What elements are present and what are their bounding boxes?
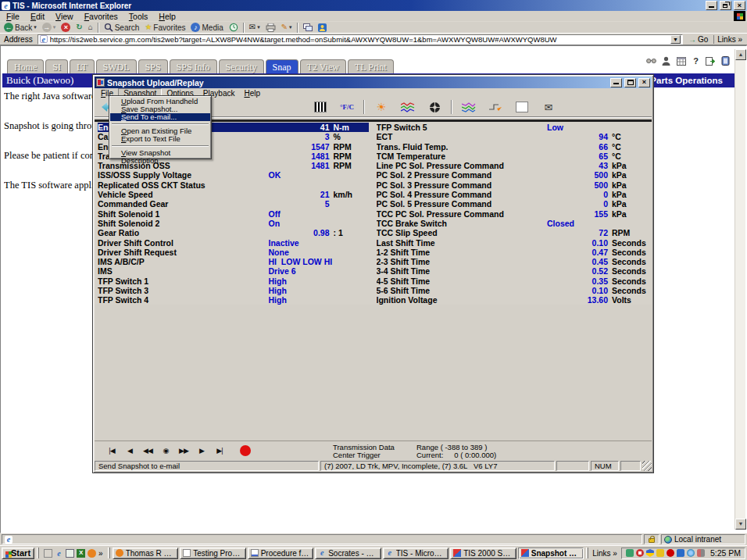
address-input[interactable]: e https://tis2web.service.gm.com/tis2web… (38, 34, 683, 45)
tab-tl-print[interactable]: TL Print (348, 59, 394, 73)
ie-menu-view[interactable]: View (50, 12, 79, 21)
table-row[interactable]: Trans. Fluid Temp. 66 °C (377, 142, 648, 152)
table-row[interactable]: Shift Solenoid 2 On (98, 219, 369, 228)
tray-icon-2[interactable] (636, 549, 644, 557)
table-row[interactable]: IMS Drive 6 (98, 266, 369, 276)
start-button[interactable]: Start (2, 548, 34, 559)
table-row[interactable]: 3-4 Shift Time 0.52 Seconds (377, 266, 648, 276)
mail-dropdown-icon[interactable]: ▾ (257, 24, 260, 30)
menu-item-send-to-email[interactable]: Send To e-mail... (110, 113, 210, 121)
back-dropdown-icon[interactable]: ▾ (34, 24, 37, 30)
dial-button[interactable] (424, 99, 445, 115)
tab-sps-info[interactable]: SPS Info (170, 59, 217, 73)
calendar-icon[interactable] (676, 56, 686, 66)
table-row[interactable]: Shift Solenoid 1 Off (98, 209, 369, 219)
tray-icon-1[interactable] (626, 549, 634, 557)
tab-t2-view[interactable]: T2 View (300, 59, 346, 73)
task-tis-ie[interactable]: TIS - Microsoft Internet ... (383, 548, 449, 559)
menu-item-export-text-file[interactable]: Export to Text File (110, 135, 210, 143)
task-socrates[interactable]: Socrates - Global - Micro... (315, 548, 381, 559)
tray-icon-3[interactable] (646, 549, 654, 557)
table-row[interactable]: ECT 94 °C (377, 132, 648, 141)
table-row[interactable]: Driver Shift Request None (98, 248, 369, 257)
links-grip[interactable] (586, 548, 588, 558)
links-toolbar[interactable]: Links » (713, 35, 745, 44)
units-toggle-button[interactable]: °F/C (337, 99, 357, 115)
messenger-button[interactable] (316, 22, 329, 33)
exit-icon[interactable] (706, 56, 716, 66)
table-row[interactable]: PC Sol. 5 Pressure Command 0 kPa (377, 199, 648, 209)
tab-sps[interactable]: SPS (138, 59, 168, 73)
links-chevron-icon[interactable]: » (613, 549, 617, 558)
task-procedure-doc[interactable]: Procedure for Taking Sn... (248, 548, 314, 559)
go-to-end-button[interactable]: ▶| (212, 444, 227, 457)
table-row[interactable]: PC Sol. 2 Pressure Command 500 kPa (377, 170, 648, 180)
step-back-button[interactable]: ◀ (122, 444, 138, 457)
table-row[interactable]: 1-2 Shift Time 0.47 Seconds (377, 248, 648, 257)
tab-swdl[interactable]: SWDL (96, 59, 137, 73)
table-row[interactable]: PC Sol. 4 Pressure Command 0 kPa (377, 190, 648, 199)
edit-button[interactable]: ✎▾ (279, 22, 295, 33)
task-inbox[interactable]: Thomas R Martin - Inbox... (113, 548, 179, 559)
history-button[interactable] (227, 22, 241, 33)
app-exit-icon[interactable] (720, 56, 731, 66)
tray-icon-8[interactable] (697, 549, 705, 557)
tab-security[interactable]: Security (219, 59, 264, 73)
favorites-button[interactable]: ★Favorites (142, 22, 188, 33)
lotus-notes-icon[interactable] (88, 549, 96, 558)
quick-launch-grip[interactable] (37, 548, 39, 558)
menu-separator[interactable] (112, 145, 209, 147)
resize-grip[interactable] (642, 461, 652, 471)
tab-home[interactable]: Home (7, 59, 44, 73)
tray-icon-5[interactable] (667, 549, 674, 557)
table-row[interactable]: Driver Shift Control Inactive (98, 238, 369, 248)
forward-button[interactable]: →▾ (40, 22, 59, 33)
edit-dropdown-icon[interactable]: ▾ (289, 24, 292, 30)
table-row[interactable]: Replicated OSS CKT Status (98, 180, 369, 190)
help-icon[interactable]: ? (691, 56, 701, 66)
snapshot-close-button[interactable]: × (638, 78, 650, 87)
links-chevron-icon[interactable]: » (738, 35, 742, 44)
glasses-icon[interactable] (646, 56, 656, 66)
tab-si[interactable]: SI (45, 59, 68, 73)
mail-button[interactable]: ✉▾ (247, 22, 263, 33)
graph-view-button[interactable] (398, 99, 418, 115)
ie-menu-help[interactable]: Help (153, 12, 181, 21)
taskbar-clock[interactable]: 5:25 PM (707, 548, 741, 558)
table-row[interactable]: TCC PC Sol. Pressure Command 155 kPa (377, 209, 648, 219)
table-row[interactable]: PC Sol. 3 Pressure Command 500 kPa (377, 180, 648, 190)
taskbar-links-toolbar[interactable]: Links » (591, 549, 619, 558)
task-testing-procedures[interactable]: Testing Procedures (180, 548, 246, 559)
internet-explorer-icon[interactable]: e (55, 549, 63, 558)
tray-icon-7[interactable] (687, 549, 695, 557)
fast-back-button[interactable]: ◀◀ (140, 444, 155, 457)
send-email-button[interactable]: ✉ (538, 99, 559, 115)
table-row[interactable]: TFP Switch 1 High (98, 276, 369, 286)
discuss-button[interactable] (301, 22, 315, 33)
forward-dropdown-icon[interactable]: ▾ (53, 24, 56, 30)
table-row[interactable]: TFP Switch 5 Low (377, 123, 648, 132)
table-row[interactable]: Commanded Gear 5 (98, 199, 369, 209)
task-snapshot-upload-active[interactable]: Snapshot Upload/Re... (518, 548, 584, 559)
table-row[interactable]: 2-3 Shift Time 0.45 Seconds (377, 257, 648, 266)
refresh-button[interactable]: ↻ (73, 22, 84, 33)
table-row[interactable]: TFP Switch 3 High (98, 286, 369, 295)
user-icon[interactable] (661, 56, 671, 66)
vertical-scrollbar[interactable]: ▲ ▼ (734, 49, 745, 530)
scroll-down-button[interactable]: ▼ (735, 519, 746, 530)
quick-launch-overflow-icon[interactable]: » (98, 549, 103, 558)
table-row[interactable]: Gear Ratio 0.98 : 1 (98, 228, 369, 237)
show-desktop-icon[interactable] (44, 549, 52, 558)
address-dropdown-button[interactable]: ▼ (670, 35, 681, 44)
tab-snap[interactable]: Snap (266, 59, 298, 73)
go-to-start-button[interactable]: |◀ (104, 444, 120, 457)
restore-button[interactable] (720, 1, 731, 10)
table-row[interactable]: Ignition Voltage 13.60 Volts (377, 295, 648, 305)
center-frame-button[interactable]: ◉ (158, 444, 173, 457)
trigger-button[interactable] (485, 99, 506, 115)
table-row[interactable]: 4-5 Shift Time 0.35 Seconds (377, 276, 648, 286)
ie-menu-edit[interactable]: Edit (25, 12, 50, 21)
step-forward-button[interactable]: ▶ (194, 444, 209, 457)
plot-view-button[interactable] (459, 99, 479, 115)
table-row[interactable]: TCM Temperature 65 °C (377, 152, 648, 161)
